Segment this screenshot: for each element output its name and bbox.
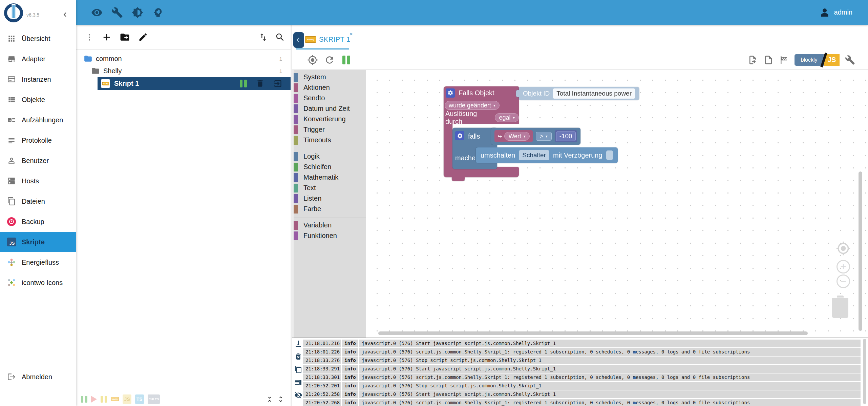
toolbox-category[interactable]: Timeouts [292, 135, 366, 145]
add-script-button[interactable] [101, 32, 112, 43]
objekt-id-field[interactable]: Total Instantaneous power [553, 88, 635, 99]
zoom-in-button[interactable]: + [837, 260, 850, 273]
log-hide-icon[interactable] [294, 391, 302, 399]
center-view-icon[interactable] [836, 241, 851, 256]
search-icon[interactable] [275, 32, 285, 42]
action-suffix-label: mit Verzögerung [553, 151, 602, 159]
do-label: mache [455, 154, 475, 162]
toolbox-category[interactable]: Schleifen [292, 162, 366, 172]
tree-folder-common[interactable]: common 1 [76, 53, 291, 65]
sort-icon[interactable] [258, 32, 268, 42]
mutator-gear-icon[interactable] [455, 131, 464, 140]
block-number[interactable]: -100 [555, 130, 577, 142]
change-type-dropdown[interactable]: wurde geändert [445, 101, 500, 110]
toolbox-category[interactable]: Aktionen [292, 82, 366, 93]
tree-folder-shelly[interactable]: Shelly 1 [76, 65, 291, 77]
import-blocks-icon[interactable] [763, 55, 774, 65]
sidebar-item-benutzer[interactable]: Benutzer [0, 150, 76, 171]
toolbox-category[interactable]: Listen [292, 193, 366, 204]
edit-button[interactable] [138, 32, 148, 42]
tree-item-skript1-selected[interactable]: blockly Skript 1 [98, 77, 291, 90]
blockly-js-toggle[interactable]: blockly JS [795, 54, 840, 66]
log-clear-icon[interactable] [294, 352, 302, 361]
log-select-rows-icon[interactable] [294, 378, 302, 386]
workspace-horizontal-scrollbar[interactable] [378, 331, 808, 335]
app-version: v6.3.5 [26, 12, 39, 18]
blockly-workspace[interactable]: System Aktionen Sendto Datum und Zeit Ko… [292, 70, 868, 338]
check-flag-icon[interactable] [779, 55, 789, 65]
sidebar-item-protokolle[interactable]: Protokolle [0, 130, 76, 150]
operator-dropdown[interactable]: > [536, 132, 552, 141]
export-script-button[interactable] [273, 79, 282, 88]
toolbox-category[interactable]: Funktionen [292, 230, 366, 241]
block-wert-variable[interactable]: ↪ Wert [494, 130, 533, 142]
export-blocks-icon[interactable] [748, 55, 758, 65]
collapse-all-icon[interactable] [266, 395, 273, 403]
zoom-out-button[interactable]: − [837, 275, 850, 288]
mutator-gear-icon[interactable] [446, 88, 455, 98]
trigger-by-dropdown[interactable]: egal [495, 113, 519, 122]
back-button[interactable] [293, 32, 304, 48]
block-objekt-id[interactable]: Objekt ID Total Instantaneous power [519, 87, 639, 100]
expert-mode-icon[interactable] [152, 7, 164, 18]
sidebar-item-backup[interactable]: Backup [0, 211, 76, 232]
pause-all-button[interactable] [342, 56, 350, 64]
sidebar-item-uebersicht[interactable]: Übersicht [0, 28, 76, 49]
create-folder-button[interactable] [120, 32, 130, 42]
workspace-trash-icon[interactable] [831, 298, 850, 318]
sidebar-item-icontwo[interactable]: icontwo Icons [0, 272, 76, 293]
toolbox-category[interactable]: Datum und Zeit [292, 103, 366, 114]
sidebar-item-energiefluss[interactable]: Energiefluss [0, 252, 76, 272]
sidebar-item-aufzaehlungen[interactable]: Aufzählungen [0, 110, 76, 130]
sidebar-item-dateien[interactable]: Dateien [0, 191, 76, 211]
filter-js-badge[interactable]: JS [123, 394, 131, 404]
sidebar-item-adapter[interactable]: Adapter [0, 49, 76, 69]
refresh-icon[interactable] [324, 55, 335, 65]
toolbox-category[interactable]: Farbe [292, 204, 366, 214]
filter-paused-icon[interactable] [101, 396, 107, 403]
objekt-id-label: Objekt ID [523, 90, 550, 97]
brightness-icon[interactable] [132, 7, 143, 18]
sidebar-item-objekte[interactable]: Objekte [0, 89, 76, 110]
filter-ts-badge[interactable]: TS [135, 394, 144, 404]
locate-block-icon[interactable] [307, 55, 318, 65]
filter-blockly-icon[interactable]: blockly [111, 397, 119, 401]
delete-script-button[interactable] [256, 79, 264, 88]
block-comparison[interactable]: ↪ Wert > -100 [491, 128, 580, 145]
wrench-icon[interactable] [111, 7, 123, 18]
sidebar-item-instanzen[interactable]: Instanzen [0, 69, 76, 89]
workspace-vertical-scrollbar[interactable] [859, 171, 862, 331]
expand-all-icon[interactable] [277, 395, 284, 403]
eye-icon[interactable] [91, 7, 103, 18]
log-download-icon[interactable] [294, 340, 302, 348]
toolbox-category[interactable]: System [292, 72, 366, 82]
logout-button[interactable]: Abmelden [0, 367, 76, 387]
toolbox-category[interactable]: Logik [292, 151, 366, 162]
delay-field[interactable] [606, 150, 613, 160]
sidebar-item-hosts[interactable]: Hosts [0, 171, 76, 191]
toolbox-category[interactable]: Variablen [292, 220, 366, 230]
tab-skript1[interactable]: SKRIPT 1 [319, 36, 351, 43]
filter-running-icon[interactable] [81, 396, 87, 403]
number-field[interactable]: -100 [556, 131, 576, 141]
log-copy-icon[interactable] [294, 365, 302, 373]
sidebar-collapse-icon[interactable] [61, 10, 69, 19]
block-umschalten[interactable]: umschalten Schalter mit Verzögerung [476, 147, 618, 163]
toolbox-category[interactable]: Trigger [292, 124, 366, 135]
kebab-menu-icon[interactable] [85, 33, 94, 42]
user-menu[interactable]: admin [819, 6, 852, 19]
toolbox-category[interactable]: Konvertierung [292, 114, 366, 124]
wrench-settings-icon[interactable] [845, 55, 855, 65]
toolbox-category[interactable]: Text [292, 183, 366, 193]
action-target-field[interactable]: Schalter [519, 150, 549, 160]
tab-close-icon[interactable]: × [350, 31, 353, 38]
toolbox-category[interactable]: Mathematik [292, 172, 366, 183]
pause-script-button[interactable] [240, 80, 247, 87]
sidebar-item-skripte[interactable]: JS Skripte [0, 232, 76, 252]
filter-rules-badge[interactable]: RULES [148, 394, 160, 404]
log-scrollbar[interactable] [863, 339, 866, 404]
filter-play-icon[interactable] [91, 396, 97, 403]
category-color-swatch [294, 152, 298, 161]
toolbox-category[interactable]: Sendto [292, 93, 366, 103]
variable-dropdown[interactable]: Wert [504, 132, 529, 141]
